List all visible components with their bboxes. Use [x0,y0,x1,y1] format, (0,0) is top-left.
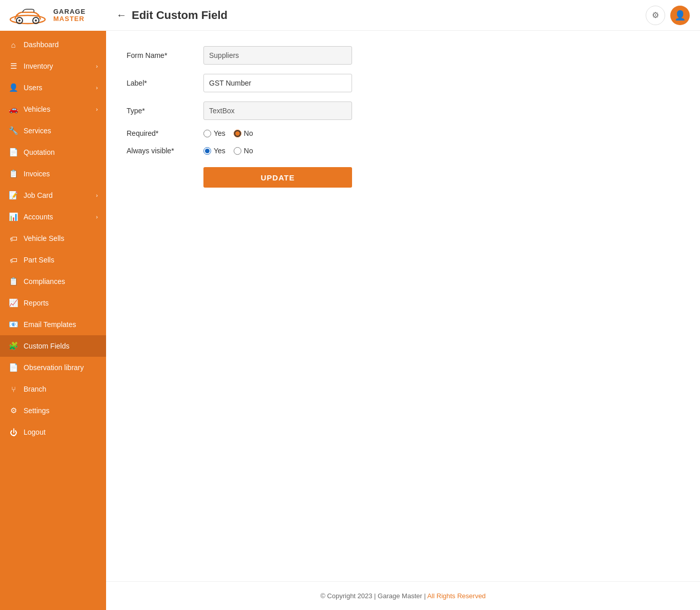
chevron-right-icon: › [96,63,98,69]
observation-library-icon: 📄 [8,362,18,373]
topbar-actions: ⚙ 👤 [646,6,690,25]
always-visible-label: Always visible* [127,147,203,155]
users-icon: 👤 [8,83,18,93]
always-visible-row: Always visible* Yes No [127,147,485,155]
sidebar-item-label: Logout [24,428,98,436]
inventory-icon: ☰ [8,61,18,71]
vehicle-sells-icon: 🏷 [8,233,18,243]
sidebar-item-observation-library[interactable]: 📄 Observation library [0,357,106,378]
sidebar-item-quotation[interactable]: 📄 Quotation [0,141,106,163]
sidebar-item-compliances[interactable]: 📋 Compliances [0,271,106,292]
sidebar-item-label: Vehicles [24,105,96,113]
sidebar-item-vehicle-sells[interactable]: 🏷 Vehicle Sells [0,228,106,249]
quotation-icon: 📄 [8,147,18,157]
content-area: Form Name* Label* Type* Required* Yes [106,31,700,581]
accounts-icon: 📊 [8,212,18,222]
always-visible-yes-option[interactable]: Yes [203,147,225,155]
sidebar-item-reports[interactable]: 📈 Reports [0,292,106,314]
form-name-label: Form Name* [127,51,203,59]
user-icon: 👤 [674,10,686,21]
sidebar-item-label: Part Sells [24,256,98,264]
gear-icon: ⚙ [652,10,659,20]
always-visible-no-label: No [244,147,253,155]
form-name-input[interactable] [203,46,352,65]
sidebar-item-invoices[interactable]: 📋 Invoices [0,163,106,185]
user-avatar[interactable]: 👤 [670,6,690,25]
sidebar-item-settings[interactable]: ⚙ Settings [0,400,106,421]
required-yes-label: Yes [214,129,225,137]
type-row: Type* [127,101,485,120]
sidebar-item-dashboard[interactable]: ⌂ Dashboard [0,34,106,55]
label-input[interactable] [203,74,352,92]
main-content: ← Edit Custom Field ⚙ 👤 Form Name* Label… [106,0,700,610]
form-name-row: Form Name* [127,46,485,65]
sidebar-item-label: Email Templates [24,320,98,329]
logo-text: GARAGE MASTER [53,8,86,23]
services-icon: 🔧 [8,126,18,136]
logo-master-text: MASTER [53,15,86,23]
sidebar-item-vehicles[interactable]: 🚗 Vehicles › [0,98,106,120]
gear-button[interactable]: ⚙ [646,6,665,25]
chevron-right-icon: › [96,192,98,198]
sidebar-item-label: Services [24,127,98,135]
required-row: Required* Yes No [127,129,485,137]
sidebar-item-label: Inventory [24,62,96,70]
sidebar-item-logout[interactable]: ⏻ Logout [0,421,106,443]
sidebar-item-label: Branch [24,385,98,393]
footer-text: © Copyright 2023 | Garage Master | All R… [320,592,486,600]
branch-icon: ⑂ [8,384,18,394]
sidebar-item-job-card[interactable]: 📝 Job Card › [0,185,106,206]
logo-garage-text: GARAGE [53,8,86,15]
compliances-icon: 📋 [8,276,18,287]
required-no-radio[interactable] [234,130,241,137]
always-visible-no-radio[interactable] [234,147,241,155]
required-yes-radio[interactable] [203,130,211,137]
sidebar-item-accounts[interactable]: 📊 Accounts › [0,206,106,228]
sidebar-item-email-templates[interactable]: 📧 Email Templates [0,314,106,335]
sidebar-item-custom-fields[interactable]: 🧩 Custom Fields [0,335,106,357]
sidebar-item-services[interactable]: 🔧 Services [0,120,106,141]
sidebar-item-users[interactable]: 👤 Users › [0,77,106,98]
vehicles-icon: 🚗 [8,104,18,114]
back-button[interactable]: ← [116,9,127,21]
logo-car-icon [7,6,48,25]
page-title: Edit Custom Field [132,9,228,22]
sidebar: GARAGE MASTER ⌂ Dashboard ☰ Inventory › … [0,0,106,610]
sidebar-item-label: Vehicle Sells [24,234,98,242]
required-no-option[interactable]: No [234,129,253,137]
footer: © Copyright 2023 | Garage Master | All R… [106,581,700,610]
sidebar-item-label: Custom Fields [24,342,98,350]
svg-point-4 [35,19,37,22]
update-button[interactable]: UPDATE [203,167,352,188]
sidebar-item-label: Job Card [24,191,96,199]
type-label: Type* [127,107,203,115]
chevron-right-icon: › [96,85,98,91]
chevron-right-icon: › [96,106,98,112]
sidebar-item-label: Reports [24,299,98,307]
sidebar-item-label: Compliances [24,277,98,286]
edit-custom-field-form: Form Name* Label* Type* Required* Yes [127,46,485,188]
sidebar-nav: ⌂ Dashboard ☰ Inventory › 👤 Users › 🚗 Ve… [0,31,106,443]
sidebar-item-label: Dashboard [24,40,98,49]
type-input[interactable] [203,101,352,120]
sidebar-item-label: Quotation [24,148,98,156]
sidebar-item-branch[interactable]: ⑂ Branch [0,378,106,400]
svg-point-3 [18,19,20,22]
required-label: Required* [127,129,203,137]
sidebar-item-inventory[interactable]: ☰ Inventory › [0,55,106,77]
sidebar-item-label: Observation library [24,363,98,372]
dashboard-icon: ⌂ [8,39,18,50]
part-sells-icon: 🏷 [8,255,18,265]
required-yes-option[interactable]: Yes [203,129,225,137]
label-label: Label* [127,79,203,87]
always-visible-no-option[interactable]: No [234,147,253,155]
custom-fields-icon: 🧩 [8,341,18,351]
sidebar-item-label: Users [24,84,96,92]
always-visible-yes-radio[interactable] [203,147,211,155]
settings-icon: ⚙ [8,405,18,416]
logout-icon: ⏻ [8,427,18,437]
required-no-label: No [244,129,253,137]
required-radio-group: Yes No [203,129,253,137]
email-templates-icon: 📧 [8,319,18,330]
sidebar-item-part-sells[interactable]: 🏷 Part Sells [0,249,106,271]
